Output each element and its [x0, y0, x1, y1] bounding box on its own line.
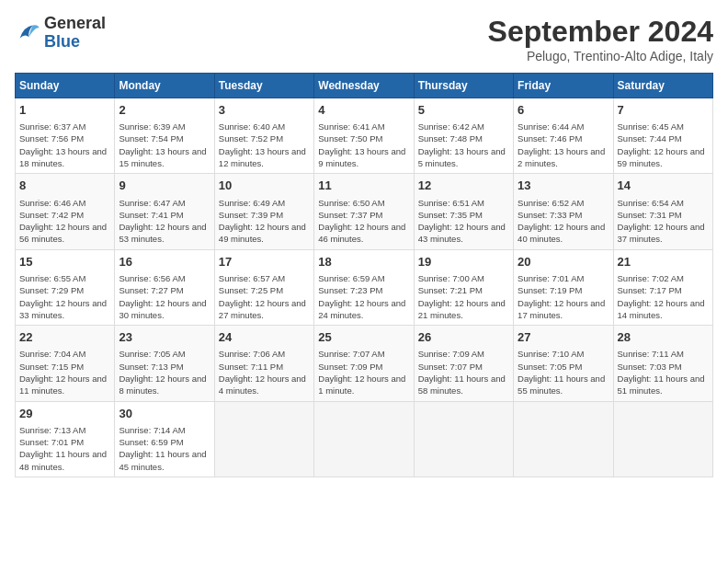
day-info: Sunrise: 7:05 AM Sunset: 7:13 PM Dayligh… — [119, 348, 210, 396]
calendar-cell: 29Sunrise: 7:13 AM Sunset: 7:01 PM Dayli… — [16, 401, 115, 477]
calendar-cell: 16Sunrise: 6:56 AM Sunset: 7:27 PM Dayli… — [115, 249, 214, 325]
day-info: Sunrise: 6:54 AM Sunset: 7:31 PM Dayligh… — [618, 197, 709, 246]
calendar-cell: 10Sunrise: 6:49 AM Sunset: 7:39 PM Dayli… — [214, 174, 313, 249]
day-number: 14 — [618, 178, 709, 194]
calendar-cell: 1Sunrise: 6:37 AM Sunset: 7:56 PM Daylig… — [16, 98, 115, 174]
page-header: General Blue September 2024 Pelugo, Tren… — [15, 15, 713, 63]
calendar-week-4: 22Sunrise: 7:04 AM Sunset: 7:15 PM Dayli… — [16, 326, 713, 401]
day-number: 30 — [119, 406, 210, 422]
calendar-week-2: 8Sunrise: 6:46 AM Sunset: 7:42 PM Daylig… — [16, 174, 713, 249]
calendar-cell: 12Sunrise: 6:51 AM Sunset: 7:35 PM Dayli… — [414, 174, 513, 249]
calendar-cell — [314, 401, 414, 477]
day-number: 11 — [318, 178, 409, 194]
day-info: Sunrise: 7:10 AM Sunset: 7:05 PM Dayligh… — [518, 348, 609, 396]
column-header-monday: Monday — [115, 74, 214, 98]
calendar-cell: 25Sunrise: 7:07 AM Sunset: 7:09 PM Dayli… — [314, 326, 414, 401]
calendar-cell: 19Sunrise: 7:00 AM Sunset: 7:21 PM Dayli… — [414, 249, 513, 325]
calendar-cell: 9Sunrise: 6:47 AM Sunset: 7:41 PM Daylig… — [115, 174, 214, 249]
day-number: 27 — [518, 329, 609, 346]
day-number: 29 — [19, 406, 110, 422]
day-number: 28 — [618, 329, 709, 346]
day-number: 2 — [119, 102, 210, 119]
day-number: 10 — [219, 178, 310, 194]
day-number: 20 — [518, 254, 609, 270]
calendar-week-5: 29Sunrise: 7:13 AM Sunset: 7:01 PM Dayli… — [16, 401, 713, 477]
calendar-cell: 15Sunrise: 6:55 AM Sunset: 7:29 PM Dayli… — [16, 249, 115, 325]
calendar-cell: 3Sunrise: 6:40 AM Sunset: 7:52 PM Daylig… — [214, 98, 313, 174]
calendar-cell: 20Sunrise: 7:01 AM Sunset: 7:19 PM Dayli… — [514, 249, 613, 325]
day-number: 13 — [518, 178, 609, 194]
day-info: Sunrise: 6:44 AM Sunset: 7:46 PM Dayligh… — [518, 121, 609, 169]
calendar-cell: 2Sunrise: 6:39 AM Sunset: 7:54 PM Daylig… — [115, 98, 214, 174]
day-info: Sunrise: 6:41 AM Sunset: 7:50 PM Dayligh… — [318, 121, 409, 169]
calendar-table: SundayMondayTuesdayWednesdayThursdayFrid… — [15, 73, 713, 477]
logo-icon — [15, 20, 40, 46]
column-header-friday: Friday — [514, 74, 613, 98]
day-number: 1 — [19, 102, 110, 119]
day-number: 22 — [19, 329, 110, 346]
day-info: Sunrise: 7:01 AM Sunset: 7:19 PM Dayligh… — [518, 272, 609, 321]
calendar-cell: 18Sunrise: 6:59 AM Sunset: 7:23 PM Dayli… — [314, 249, 414, 325]
day-info: Sunrise: 6:46 AM Sunset: 7:42 PM Dayligh… — [19, 197, 110, 246]
calendar-cell — [414, 401, 513, 477]
day-number: 6 — [518, 102, 609, 119]
day-info: Sunrise: 6:51 AM Sunset: 7:35 PM Dayligh… — [418, 197, 509, 246]
column-header-sunday: Sunday — [16, 74, 115, 98]
day-info: Sunrise: 7:07 AM Sunset: 7:09 PM Dayligh… — [318, 348, 409, 396]
day-number: 19 — [418, 254, 509, 270]
calendar-cell: 17Sunrise: 6:57 AM Sunset: 7:25 PM Dayli… — [214, 249, 313, 325]
calendar-cell: 4Sunrise: 6:41 AM Sunset: 7:50 PM Daylig… — [314, 98, 414, 174]
day-info: Sunrise: 6:42 AM Sunset: 7:48 PM Dayligh… — [418, 121, 509, 169]
day-info: Sunrise: 6:56 AM Sunset: 7:27 PM Dayligh… — [119, 272, 210, 321]
calendar-cell — [214, 401, 313, 477]
day-number: 7 — [618, 102, 709, 119]
calendar-cell: 30Sunrise: 7:14 AM Sunset: 6:59 PM Dayli… — [115, 401, 214, 477]
calendar-cell: 24Sunrise: 7:06 AM Sunset: 7:11 PM Dayli… — [214, 326, 313, 401]
day-info: Sunrise: 7:13 AM Sunset: 7:01 PM Dayligh… — [19, 424, 110, 473]
day-number: 5 — [418, 102, 509, 119]
calendar-cell: 13Sunrise: 6:52 AM Sunset: 7:33 PM Dayli… — [514, 174, 613, 249]
day-number: 25 — [318, 329, 409, 346]
day-number: 3 — [219, 102, 310, 119]
calendar-cell — [613, 401, 712, 477]
day-info: Sunrise: 6:52 AM Sunset: 7:33 PM Dayligh… — [518, 197, 609, 246]
month-title: September 2024 — [488, 15, 713, 49]
title-block: September 2024 Pelugo, Trentino-Alto Adi… — [488, 15, 713, 63]
day-info: Sunrise: 6:50 AM Sunset: 7:37 PM Dayligh… — [318, 197, 409, 246]
calendar-cell: 14Sunrise: 6:54 AM Sunset: 7:31 PM Dayli… — [613, 174, 712, 249]
day-info: Sunrise: 7:02 AM Sunset: 7:17 PM Dayligh… — [618, 272, 709, 321]
day-number: 18 — [318, 254, 409, 270]
day-info: Sunrise: 6:40 AM Sunset: 7:52 PM Dayligh… — [219, 121, 310, 169]
calendar-cell: 21Sunrise: 7:02 AM Sunset: 7:17 PM Dayli… — [613, 249, 712, 325]
calendar-cell: 27Sunrise: 7:10 AM Sunset: 7:05 PM Dayli… — [514, 326, 613, 401]
calendar-cell: 23Sunrise: 7:05 AM Sunset: 7:13 PM Dayli… — [115, 326, 214, 401]
calendar-week-3: 15Sunrise: 6:55 AM Sunset: 7:29 PM Dayli… — [16, 249, 713, 325]
day-number: 15 — [19, 254, 110, 270]
calendar-week-1: 1Sunrise: 6:37 AM Sunset: 7:56 PM Daylig… — [16, 98, 713, 174]
day-number: 8 — [19, 178, 110, 194]
calendar-cell: 11Sunrise: 6:50 AM Sunset: 7:37 PM Dayli… — [314, 174, 414, 249]
day-info: Sunrise: 6:49 AM Sunset: 7:39 PM Dayligh… — [219, 197, 310, 246]
calendar-cell: 28Sunrise: 7:11 AM Sunset: 7:03 PM Dayli… — [613, 326, 712, 401]
column-header-saturday: Saturday — [613, 74, 712, 98]
column-header-thursday: Thursday — [414, 74, 513, 98]
day-number: 23 — [119, 329, 210, 346]
day-number: 16 — [119, 254, 210, 270]
calendar-cell: 26Sunrise: 7:09 AM Sunset: 7:07 PM Dayli… — [414, 326, 513, 401]
day-info: Sunrise: 6:45 AM Sunset: 7:44 PM Dayligh… — [618, 121, 709, 169]
logo-text: General Blue — [44, 15, 106, 52]
day-info: Sunrise: 7:06 AM Sunset: 7:11 PM Dayligh… — [219, 348, 310, 396]
day-number: 4 — [318, 102, 409, 119]
day-number: 9 — [119, 178, 210, 194]
day-info: Sunrise: 6:55 AM Sunset: 7:29 PM Dayligh… — [19, 272, 110, 321]
day-number: 17 — [219, 254, 310, 270]
calendar-header-row: SundayMondayTuesdayWednesdayThursdayFrid… — [16, 74, 713, 98]
day-info: Sunrise: 7:00 AM Sunset: 7:21 PM Dayligh… — [418, 272, 509, 321]
calendar-cell: 8Sunrise: 6:46 AM Sunset: 7:42 PM Daylig… — [16, 174, 115, 249]
day-info: Sunrise: 7:14 AM Sunset: 6:59 PM Dayligh… — [119, 424, 210, 473]
day-info: Sunrise: 7:04 AM Sunset: 7:15 PM Dayligh… — [19, 348, 110, 396]
location: Pelugo, Trentino-Alto Adige, Italy — [488, 49, 713, 63]
logo: General Blue — [15, 15, 106, 52]
calendar-cell: 7Sunrise: 6:45 AM Sunset: 7:44 PM Daylig… — [613, 98, 712, 174]
day-number: 26 — [418, 329, 509, 346]
